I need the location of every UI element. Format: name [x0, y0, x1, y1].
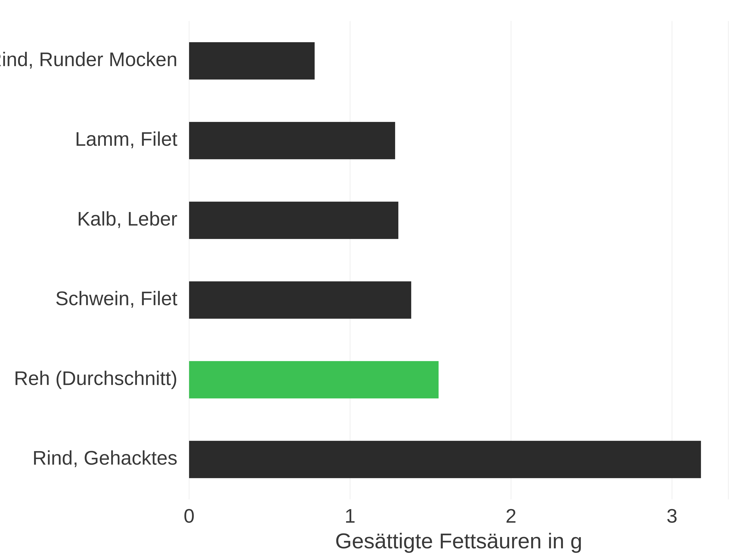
bar [189, 361, 439, 398]
y-axis: Rind, Runder MockenLamm, FiletKalb, Lebe… [0, 48, 177, 469]
bar [189, 42, 315, 79]
y-category-label: Lamm, Filet [75, 128, 177, 150]
bar [189, 282, 411, 319]
chart-container: 0123Rind, Runder MockenLamm, FiletKalb, … [0, 0, 747, 560]
bar [189, 122, 395, 159]
y-category-label: Schwein, Filet [55, 288, 177, 310]
grid [189, 21, 728, 499]
bars [189, 42, 701, 478]
x-tick-label: 0 [184, 505, 195, 527]
y-category-label: Reh (Durchschnitt) [14, 367, 177, 389]
plot-area: 0123Rind, Runder MockenLamm, FiletKalb, … [0, 21, 728, 553]
y-category-label: Rind, Runder Mocken [0, 48, 177, 70]
x-tick-label: 1 [344, 505, 356, 527]
x-tick-label: 3 [667, 505, 677, 527]
x-axis-label: Gesättigte Fettsäuren in g [335, 529, 582, 553]
bar [189, 202, 398, 239]
bar [189, 441, 701, 478]
x-axis: 0123 [184, 505, 677, 527]
bar-chart: 0123Rind, Runder MockenLamm, FiletKalb, … [0, 0, 747, 560]
y-category-label: Rind, Gehacktes [32, 447, 177, 469]
y-category-label: Kalb, Leber [77, 208, 177, 230]
x-tick-label: 2 [506, 505, 517, 527]
